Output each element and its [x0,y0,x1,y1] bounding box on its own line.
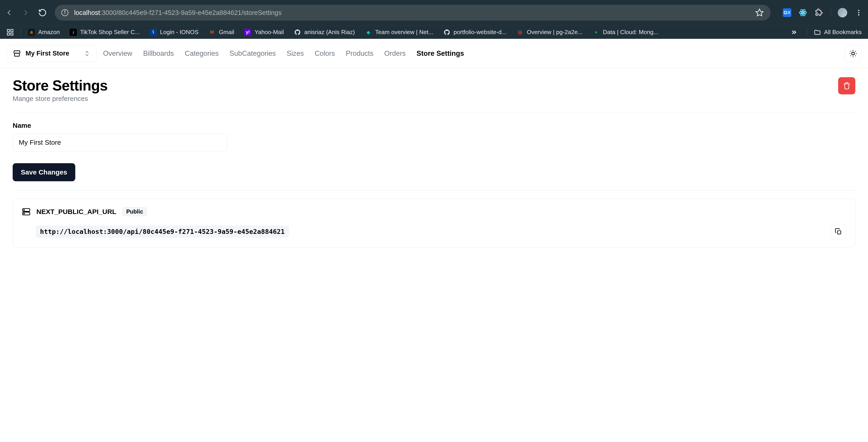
favicon: \ [150,29,157,36]
bookmark-item[interactable]: \Login - IONOS [150,29,199,36]
nav-item-subcategories[interactable]: SubCategories [229,49,276,58]
copy-button[interactable] [831,224,846,239]
divider [807,28,807,36]
divider [13,190,855,191]
site-info-icon[interactable] [61,9,69,16]
app-header: My First Store OverviewBillboardsCategor… [0,39,868,68]
nav-item-store-settings[interactable]: Store Settings [416,49,464,58]
bookmark-label: Team overview | Net... [375,29,433,36]
server-icon [22,207,31,216]
bookmark-label: TikTok Shop Seller C... [80,29,140,36]
svg-point-8 [858,10,860,11]
bookmark-label: portfolio-website-d... [454,29,506,36]
svg-rect-28 [837,231,841,234]
app-root: My First Store OverviewBillboardsCategor… [0,39,868,257]
svg-point-4 [802,12,804,13]
bookmark-label: Gmail [219,29,234,36]
svg-point-26 [24,209,24,210]
chevron-updown-icon [84,50,90,57]
extensions-icon[interactable] [814,8,824,18]
svg-rect-14 [11,33,13,35]
store-switcher[interactable]: My First Store [6,45,97,62]
bookmark-item[interactable]: ♪TikTok Shop Seller C... [70,29,140,36]
bookmark-label: Login - IONOS [160,29,199,36]
apps-icon[interactable] [6,28,14,36]
bookmark-item[interactable]: anisriaz (Anis Riaz) [294,29,355,36]
browser-actions: G文 [778,8,864,18]
svg-line-22 [850,56,851,56]
address-bar[interactable]: localhost:3000/80c445e9-f271-4523-9a59-e… [55,5,771,21]
svg-line-23 [855,51,856,51]
forward-button[interactable] [21,8,30,17]
save-button[interactable]: Save Changes [13,163,75,181]
bookmark-item[interactable]: y!Yahoo-Mail [244,29,284,36]
favicon: y! [244,29,251,36]
bookmark-star-icon[interactable] [755,8,764,18]
trash-icon [843,82,850,90]
svg-rect-13 [7,33,9,35]
svg-point-2 [65,11,65,11]
favicon: M [209,29,216,36]
main-nav: OverviewBillboardsCategoriesSubCategorie… [103,49,464,58]
name-input[interactable] [13,133,227,151]
bookmarks-bar: aAmazon♪TikTok Shop Seller C...\Login - … [0,25,868,39]
page-title: Store Settings [13,77,107,94]
extension-react-devtools-icon[interactable] [798,8,808,18]
favicon: ◆ [365,29,372,36]
bookmark-label: anisriaz (Anis Riaz) [304,29,355,36]
github-icon [443,29,451,36]
nav-item-orders[interactable]: Orders [384,49,406,58]
bookmark-label: Data | Cloud: Mong... [603,29,658,36]
reload-button[interactable] [38,8,47,17]
browser-toolbar: localhost:3000/80c445e9-f271-4523-9a59-e… [0,0,868,25]
copy-icon [835,228,842,235]
svg-rect-11 [7,29,9,32]
store-icon [13,49,21,58]
delete-button[interactable] [838,77,855,94]
chrome-menu-icon[interactable] [854,8,864,18]
bookmark-label: Yahoo-Mail [254,29,284,36]
nav-item-sizes[interactable]: Sizes [287,49,304,58]
bookmark-item[interactable]: ◆Team overview | Net... [365,29,433,36]
nav-item-colors[interactable]: Colors [315,49,335,58]
back-button[interactable] [4,8,13,17]
svg-point-10 [858,14,860,15]
bookmark-item[interactable]: ●Data | Cloud: Mong... [592,29,658,36]
nav-item-billboards[interactable]: Billboards [143,49,174,58]
svg-point-27 [24,213,24,214]
favicon: a [28,29,35,36]
all-bookmarks-button[interactable]: All Bookmarks [814,29,862,36]
bookmark-item[interactable]: portfolio-website-d... [443,29,506,36]
svg-point-15 [852,52,855,55]
bookmark-label: Overview | pg-2a2e... [527,29,583,36]
store-switcher-label: My First Store [26,50,69,57]
page-header: Store Settings Mange store preferences [13,77,855,112]
profile-avatar[interactable] [838,8,847,18]
bookmark-item[interactable]: MGmail [209,29,234,36]
nav-item-overview[interactable]: Overview [103,49,132,58]
svg-marker-3 [756,9,763,16]
api-url: http://localhost:3000/api/80c445e9-f271-… [36,226,289,238]
favicon: ♪ [70,29,77,36]
name-label: Name [13,122,855,129]
svg-point-9 [858,12,860,13]
public-badge: Public [122,207,147,216]
extension-translate-icon[interactable]: G文 [783,8,792,17]
nav-item-products[interactable]: Products [346,49,373,58]
bookmark-label: Amazon [38,29,60,36]
bookmarks-overflow-icon[interactable] [788,28,800,36]
page-subtitle: Mange store preferences [13,95,107,102]
page-content: Store Settings Mange store preferences N… [0,68,868,257]
bookmark-item[interactable]: 🐞Overview | pg-2a2e... [517,29,583,36]
settings-form: Name Save Changes [13,112,855,181]
bookmark-item[interactable]: aAmazon [28,29,60,36]
svg-rect-12 [11,29,13,32]
theme-toggle-button[interactable] [844,45,862,62]
nav-item-categories[interactable]: Categories [185,49,219,58]
github-icon [294,29,301,36]
sun-icon [849,49,857,58]
svg-line-18 [850,51,851,51]
svg-line-19 [855,56,856,56]
favicon: 🐞 [517,29,524,36]
api-card: NEXT_PUBLIC_API_URL Public http://localh… [13,199,855,248]
